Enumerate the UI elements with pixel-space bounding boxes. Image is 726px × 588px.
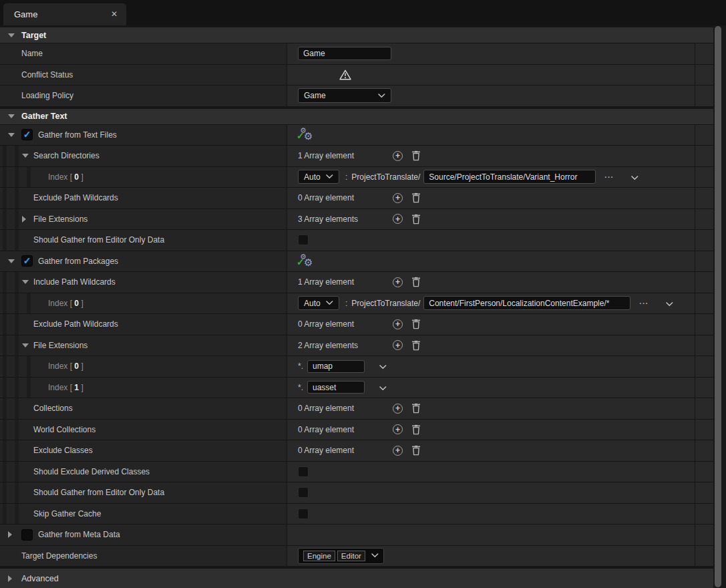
index-label-prefix: Index [ — [48, 383, 74, 392]
expander-down-icon[interactable] — [8, 133, 15, 137]
path-input[interactable] — [423, 296, 630, 310]
label-cell[interactable]: Should Gather from Editor Only Data — [0, 482, 287, 503]
browse-ellipsis-button[interactable]: ··· — [604, 173, 614, 181]
label-cell[interactable]: World Collections — [0, 420, 287, 440]
label-cell[interactable]: Should Gather from Editor Only Data — [0, 230, 287, 251]
path-root-dropdown[interactable]: Auto — [298, 170, 339, 184]
expander-down-icon[interactable] — [8, 33, 15, 37]
tab-game[interactable]: Game ✕ — [3, 3, 126, 25]
extension-input[interactable] — [307, 360, 365, 373]
expander-right-icon[interactable] — [8, 575, 12, 582]
clear-array-button[interactable] — [411, 424, 421, 435]
path-options-chevron[interactable] — [666, 297, 673, 309]
expander-right-icon[interactable] — [22, 216, 26, 223]
label-cell[interactable]: Should Exclude Derived Classes — [0, 462, 287, 482]
wildcard-prefix-label: *. — [298, 361, 303, 371]
add-element-button[interactable]: + — [393, 340, 403, 350]
path-input[interactable] — [423, 170, 596, 184]
label-cell[interactable]: Search Directories — [0, 146, 287, 166]
clear-array-button[interactable] — [411, 192, 421, 203]
add-element-button[interactable]: + — [393, 151, 403, 161]
category-row-advanced[interactable]: Advanced — [0, 569, 713, 588]
value-cell: 3 Array elements+ — [287, 209, 695, 230]
clear-array-button[interactable] — [411, 403, 421, 414]
label-cell[interactable]: Index [ 0 ] — [0, 356, 287, 377]
array-count-label: 1 Array element — [298, 151, 393, 160]
add-element-button[interactable]: + — [393, 214, 403, 224]
expander-down-icon[interactable] — [8, 114, 15, 118]
add-element-button[interactable]: + — [393, 193, 403, 203]
label-cell[interactable]: Exclude Path Wildcards — [0, 314, 287, 335]
label-cell[interactable]: Collections — [0, 398, 287, 419]
extension-options-chevron[interactable] — [379, 382, 387, 394]
add-element-button[interactable]: + — [393, 446, 403, 456]
expander-right-icon[interactable] — [8, 531, 12, 538]
label-cell[interactable]: File Extensions — [0, 335, 287, 356]
scrollbar-thumb[interactable] — [715, 26, 721, 587]
label-cell[interactable]: Exclude Path Wildcards — [0, 188, 287, 208]
extension-options-chevron[interactable] — [379, 360, 387, 372]
trash-icon — [411, 277, 421, 287]
clear-array-button[interactable] — [411, 340, 421, 351]
gather-from-text-files-toggle-checkbox[interactable]: ✓ — [21, 129, 33, 140]
indent-rail — [3, 356, 7, 377]
label-cell[interactable]: Name — [0, 43, 287, 64]
label-cell[interactable]: Exclude Classes — [0, 440, 287, 461]
should-gather-from-editor-only-data-checkbox[interactable] — [298, 235, 309, 245]
category-row-gather-text[interactable]: Gather Text — [0, 109, 713, 125]
plus-icon: + — [393, 424, 403, 434]
path-root-mode: Auto — [304, 172, 321, 182]
value-cell: 1 Array element+ — [287, 146, 695, 166]
gather-from-meta-data-toggle-checkbox[interactable] — [21, 529, 33, 541]
vertical-scrollbar[interactable] — [713, 25, 726, 588]
property-row-search-directories: Search Directories1 Array element+ — [0, 146, 713, 167]
label-cell[interactable]: File Extensions — [0, 209, 287, 230]
property-row-gather-from-text-files: ✓Gather from Text Files⚙⚙✓ — [0, 125, 713, 146]
label-cell[interactable]: Conflict Status — [0, 65, 287, 86]
browse-ellipsis-button[interactable]: ··· — [639, 299, 649, 307]
label-cell[interactable]: Index [ 1 ] — [0, 378, 287, 398]
clear-array-button[interactable] — [411, 277, 421, 287]
clear-array-button[interactable] — [411, 445, 421, 456]
label-cell[interactable]: Include Path Wildcards — [0, 272, 287, 293]
label-cell[interactable]: Gather from Meta Data — [0, 525, 287, 545]
label-cell[interactable]: Skip Gather Cache — [0, 504, 287, 525]
expander-down-icon[interactable] — [22, 343, 29, 347]
add-element-button[interactable]: + — [393, 424, 403, 434]
add-element-button[interactable]: + — [393, 277, 403, 287]
target-dependencies-select[interactable]: EngineEditor — [298, 548, 384, 564]
clear-array-button[interactable] — [411, 319, 421, 329]
plus-icon: + — [393, 319, 403, 329]
add-element-button[interactable]: + — [393, 319, 403, 329]
category-row-target[interactable]: Target — [0, 27, 713, 43]
gather-settings-icon: ⚙⚙✓ — [298, 128, 314, 142]
should-gather-from-editor-only-data-checkbox[interactable] — [298, 487, 309, 498]
clear-array-button[interactable] — [411, 214, 421, 225]
label-cell[interactable]: Loading Policy — [0, 86, 287, 106]
label-cell[interactable]: ✓Gather from Packages — [0, 251, 287, 272]
label-cell[interactable]: Index [ 0 ] — [0, 293, 287, 314]
loading-policy-dropdown[interactable]: Game — [298, 88, 391, 103]
label-cell[interactable]: Target Dependencies — [0, 546, 287, 567]
name-input[interactable] — [298, 47, 391, 60]
label-cell[interactable]: ✓Gather from Text Files — [0, 125, 287, 146]
tab-close-icon[interactable]: ✕ — [111, 9, 118, 19]
skip-gather-cache-checkbox[interactable] — [298, 508, 309, 519]
gather-from-packages-toggle-checkbox[interactable]: ✓ — [21, 255, 33, 267]
path-options-chevron[interactable] — [631, 171, 639, 183]
expander-down-icon[interactable] — [8, 259, 15, 263]
value-cell — [287, 462, 695, 482]
extension-input[interactable] — [307, 381, 365, 394]
expander-down-icon[interactable] — [22, 280, 29, 284]
category-label: Advanced — [21, 574, 59, 583]
add-element-button[interactable]: + — [393, 404, 403, 414]
label-cell[interactable]: Index [ 0 ] — [0, 167, 287, 188]
expander-down-icon[interactable] — [22, 154, 29, 158]
clear-array-button[interactable] — [411, 150, 421, 161]
value-cell: *. — [287, 378, 695, 398]
property-label: Exclude Path Wildcards — [33, 193, 118, 202]
extra-cell — [695, 378, 713, 398]
path-root-dropdown[interactable]: Auto — [298, 296, 339, 310]
should-exclude-derived-classes-checkbox[interactable] — [298, 466, 309, 477]
plus-icon: + — [393, 446, 403, 456]
